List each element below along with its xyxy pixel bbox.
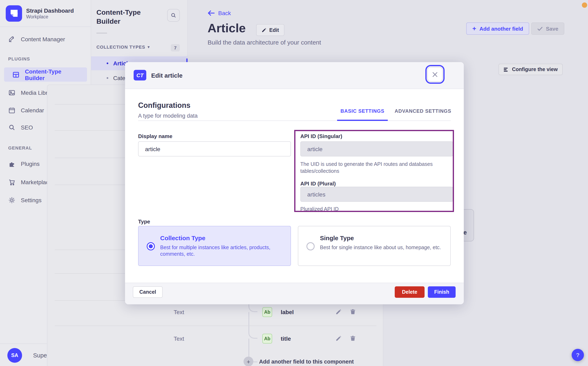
puzzle-icon — [8, 160, 15, 168]
collection-type-title: Collection Type — [160, 235, 205, 241]
gear-icon — [8, 197, 15, 204]
add-another-field-button[interactable]: + Add another field — [466, 23, 529, 35]
type-label: Type — [138, 219, 150, 225]
builder-title: Content-Type Builder — [96, 8, 150, 26]
nav-item-label: Content-Type Builder — [25, 68, 79, 81]
cart-icon — [8, 178, 15, 186]
plus-icon: + — [244, 357, 253, 366]
picture-icon — [8, 89, 15, 96]
tab-basic-settings[interactable]: BASIC SETTINGS — [337, 108, 388, 114]
search-icon — [8, 124, 15, 131]
field-name: label — [281, 309, 294, 315]
finish-button[interactable]: Finish — [428, 286, 456, 298]
app-title: Strapi Dashboard — [26, 7, 74, 15]
filter-lines-icon — [504, 67, 509, 72]
nav-section-general: GENERAL — [8, 145, 32, 150]
configurations-heading: Configurations — [138, 101, 191, 110]
calendar-icon — [8, 107, 15, 114]
brand[interactable]: Strapi Dashboard Workplace — [0, 0, 91, 27]
feather-pen-icon — [8, 36, 15, 43]
collection-count-badge: 7 — [171, 44, 180, 52]
page-subtitle: Build the data architecture of your cont… — [207, 39, 321, 46]
field-type: Text — [174, 335, 184, 342]
api-id-plural-label: API ID (Plural) — [300, 181, 336, 187]
collection-type-desc: Best for multiple instances like article… — [160, 244, 283, 258]
radio-unselected-icon[interactable] — [306, 242, 315, 250]
row-divider — [55, 326, 376, 326]
modal-footer: Cancel Delete Finish — [125, 283, 464, 304]
collection-types-header[interactable]: COLLECTION TYPES▾ — [96, 45, 150, 49]
nav-item-label: Calendar — [21, 107, 44, 114]
close-modal-button[interactable] — [428, 67, 443, 82]
modal-header: CT Edit article — [125, 62, 464, 89]
radio-selected-icon[interactable] — [147, 242, 155, 250]
trash-icon[interactable] — [350, 335, 356, 342]
plus-icon: + — [472, 25, 476, 32]
strapi-logo-icon — [6, 5, 22, 22]
search-button[interactable] — [167, 9, 180, 22]
divider — [96, 33, 107, 33]
grid-layout-icon — [12, 71, 20, 78]
field-type-badge: Ab — [262, 334, 272, 343]
configurations-subheading: A type for modeling data — [138, 113, 198, 119]
help-button[interactable]: ? — [572, 349, 584, 361]
collection-type-card[interactable]: Collection Type Best for multiple instan… — [138, 226, 291, 266]
edit-article-modal: CT Edit article Configurations A type fo… — [125, 62, 464, 304]
pencil-icon[interactable] — [336, 309, 342, 315]
display-name-label: Display name — [138, 133, 172, 139]
trash-icon[interactable] — [350, 309, 356, 315]
chevron-down-icon: ▾ — [148, 45, 150, 49]
nav-item-label: SEO — [21, 124, 33, 131]
recording-indicator-icon — [582, 2, 587, 8]
nav-item-label: Plugins — [21, 160, 40, 167]
background-card-text: e — [463, 229, 467, 236]
content-type-badge: CT — [134, 70, 146, 80]
nav-section-plugins: PLUGINS — [8, 56, 30, 61]
tree-connector — [248, 312, 257, 339]
nav-item-content-type-builder[interactable]: Content-Type Builder — [4, 67, 87, 82]
workspace-label: Workplace — [26, 15, 74, 19]
add-component-field-button[interactable]: + Add another field to this component — [244, 357, 354, 366]
api-id-plural-help: Pluralized API ID — [300, 206, 451, 213]
modal-title: Edit article — [151, 72, 183, 79]
delete-button[interactable]: Delete — [395, 286, 425, 298]
pencil-icon — [261, 28, 267, 32]
edit-button[interactable]: Edit — [256, 24, 284, 36]
tab-advanced-settings[interactable]: ADVANCED SETTINGS — [394, 108, 451, 114]
avatar[interactable]: SA — [7, 348, 22, 363]
single-type-desc: Best for single instance like about us, … — [320, 244, 447, 251]
nav-item-content-manager[interactable]: Content Manager — [0, 32, 91, 46]
check-icon — [537, 26, 543, 31]
api-id-singular-label: API ID (Singular) — [300, 133, 342, 139]
bullet-icon — [107, 62, 108, 64]
configure-view-button[interactable]: Configure the view — [498, 64, 563, 75]
divider — [138, 121, 451, 121]
close-icon — [432, 71, 438, 77]
cancel-button[interactable]: Cancel — [133, 286, 163, 298]
bullet-icon — [107, 77, 108, 79]
single-type-title: Single Type — [320, 235, 354, 241]
save-button[interactable]: Save — [531, 23, 565, 35]
api-id-singular-help: The UID is used to generate the API rout… — [300, 161, 451, 175]
field-type-badge: Ab — [262, 307, 272, 317]
nav-item-label: Settings — [21, 197, 41, 203]
nav-item-label: Content Manager — [21, 36, 65, 43]
field-type: Text — [174, 309, 184, 315]
back-link[interactable]: Back — [207, 10, 231, 16]
api-id-singular-input[interactable] — [300, 141, 453, 156]
strapi-dashboard: Strapi Dashboard Workplace Content Manag… — [0, 0, 588, 366]
field-name: title — [281, 335, 291, 342]
row-actions — [336, 335, 356, 342]
display-name-input[interactable] — [138, 141, 291, 156]
row-actions — [336, 309, 356, 315]
single-type-card[interactable]: Single Type Best for single instance lik… — [298, 226, 451, 266]
pencil-icon[interactable] — [336, 335, 342, 342]
active-tab-indicator — [337, 120, 388, 121]
page-title: Article — [207, 21, 246, 35]
api-id-plural-input[interactable] — [300, 187, 453, 202]
arrow-left-icon — [207, 10, 215, 16]
